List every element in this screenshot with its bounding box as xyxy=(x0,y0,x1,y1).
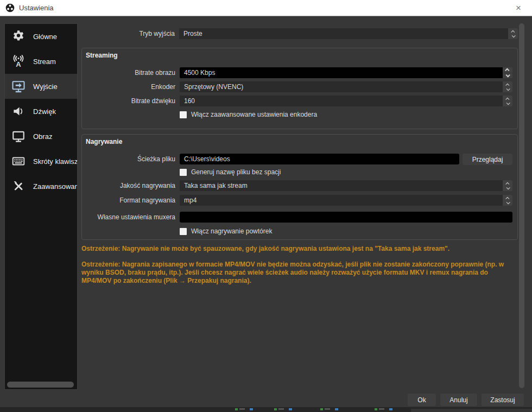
background-artifact xyxy=(379,408,384,410)
chevron-up-down-icon[interactable] xyxy=(503,180,512,191)
ok-button[interactable]: Ok xyxy=(408,394,436,406)
video-bitrate-row: Bitrate obrazu 4500 Kbps xyxy=(82,67,512,78)
filename-no-space-checkbox[interactable] xyxy=(180,169,187,176)
output-mode-label: Tryb wyjścia xyxy=(81,30,179,37)
output-mode-value: Proste xyxy=(179,28,508,39)
no-space-row: Generuj nazwę pliku bez spacji xyxy=(82,168,512,176)
background-artifact xyxy=(289,408,292,410)
sidebar-item-label: Obraz xyxy=(33,132,52,141)
speaker-icon xyxy=(10,103,27,119)
sidebar-item-output[interactable]: Wyjście xyxy=(5,74,77,99)
replay-buffer-row: Włącz nagrywanie powtórek xyxy=(82,227,512,235)
recording-quality-select[interactable]: Taka sama jak stream xyxy=(180,180,512,191)
obs-logo-icon xyxy=(5,3,15,12)
background-artifact xyxy=(325,408,330,410)
recording-quality-value: Taka sama jak stream xyxy=(180,180,503,191)
video-bitrate-spinbox[interactable]: 4500 Kbps xyxy=(180,67,512,78)
window-title: Ustawienia xyxy=(19,4,54,12)
sidebar-item-hotkeys[interactable]: Skróty klawiszowe xyxy=(5,149,77,174)
recording-path-row: Ścieżka pliku Przeglądaj xyxy=(82,154,512,164)
recording-path-label: Ścieżka pliku xyxy=(82,155,180,163)
crossed-tools-icon xyxy=(10,178,27,194)
sidebar-item-stream[interactable]: A Stream xyxy=(5,49,77,74)
sidebar-item-label: Skróty klawiszowe xyxy=(33,157,78,166)
audio-bitrate-value: 160 xyxy=(180,96,503,106)
background-artifact xyxy=(278,408,284,410)
background-artifact xyxy=(375,408,377,410)
close-icon[interactable]: × xyxy=(511,0,525,16)
background-artifact xyxy=(235,408,238,410)
sidebar-horizontal-scrollbar[interactable] xyxy=(7,382,74,388)
background-artifact xyxy=(250,408,253,410)
spinner-down-icon[interactable] xyxy=(503,73,512,79)
streaming-group: Streaming Bitrate obrazu 4500 Kbps xyxy=(81,48,518,129)
encoder-value: Sprzętowy (NVENC) xyxy=(180,81,503,92)
chevron-up-down-icon[interactable] xyxy=(503,96,512,106)
output-settings-panel: Tryb wyjścia Proste Streaming Bitrate ob… xyxy=(81,28,518,293)
sidebar-item-general[interactable]: Główne xyxy=(5,24,77,49)
video-bitrate-value: 4500 Kbps xyxy=(180,67,503,78)
monitor-output-arrow-icon xyxy=(10,78,27,94)
background-window-strip xyxy=(0,407,532,412)
audio-bitrate-select[interactable]: 160 xyxy=(180,96,512,106)
replay-buffer-checkbox-label: Włącz nagrywanie powtórek xyxy=(191,227,272,235)
background-artifact xyxy=(320,408,323,410)
settings-window: Ustawienia × Główne xyxy=(0,0,532,412)
advanced-encoder-checkbox[interactable] xyxy=(180,111,187,118)
chevron-up-down-icon[interactable] xyxy=(508,28,518,39)
mp4-warning-text: Ostrzeżenie: Nagrania zapisanego w forma… xyxy=(81,261,516,285)
muxer-row: Własne ustawienia muxera xyxy=(82,212,512,223)
advanced-encoder-checkbox-label: Włącz zaawansowane ustawienia enkodera xyxy=(191,111,317,118)
browse-button[interactable]: Przeglądaj xyxy=(463,154,512,165)
background-artifact xyxy=(389,408,392,410)
apply-button[interactable]: Zastosuj xyxy=(482,394,524,406)
audio-bitrate-row: Bitrate dźwięku 160 xyxy=(82,96,512,106)
audio-bitrate-label: Bitrate dźwięku xyxy=(82,97,180,105)
background-artifact xyxy=(239,408,245,410)
muxer-settings-input[interactable] xyxy=(180,212,512,223)
chevron-up-down-icon[interactable] xyxy=(503,195,512,206)
replay-buffer-checkbox[interactable] xyxy=(180,228,187,235)
sidebar-item-advanced[interactable]: Zaawansowane xyxy=(5,174,77,199)
spinner-up-icon[interactable] xyxy=(503,67,512,73)
sidebar-item-label: Stream xyxy=(33,58,56,66)
encoder-row: Enkoder Sprzętowy (NVENC) xyxy=(82,81,512,92)
advanced-encoder-row: Włącz zaawansowane ustawienia enkodera xyxy=(82,111,512,118)
cancel-button[interactable]: Anuluj xyxy=(440,394,477,406)
output-mode-row: Tryb wyjścia Proste xyxy=(81,28,518,39)
recording-path-input[interactable] xyxy=(180,154,459,164)
background-window-panel xyxy=(411,409,532,412)
recording-format-label: Format nagrywania xyxy=(82,197,180,204)
sidebar-item-label: Zaawansowane xyxy=(33,182,78,191)
sidebar-item-label: Główne xyxy=(33,33,57,41)
chevron-up-down-icon[interactable] xyxy=(503,81,512,92)
filename-no-space-checkbox-label: Generuj nazwę pliku bez spacji xyxy=(191,168,281,176)
pause-warning-text: Ostrzeżenie: Nagrywanie nie może być spa… xyxy=(81,245,516,253)
streaming-group-title: Streaming xyxy=(86,52,512,59)
recording-format-value: mp4 xyxy=(180,195,503,206)
sidebar-item-label: Wyjście xyxy=(33,83,58,91)
recording-format-row: Format nagrywania mp4 xyxy=(82,195,512,206)
broadcast-antenna-icon: A xyxy=(10,53,27,69)
dialog-footer: Ok Anuluj Zastosuj xyxy=(408,394,524,406)
recording-format-select[interactable]: mp4 xyxy=(180,195,512,206)
vertical-scrollbar[interactable] xyxy=(519,23,524,388)
muxer-label: Własne ustawienia muxera xyxy=(82,213,180,221)
recording-quality-row: Jakość nagrywania Taka sama jak stream xyxy=(82,180,512,191)
encoder-label: Enkoder xyxy=(82,83,180,91)
sidebar-item-label: Dźwięk xyxy=(33,107,56,116)
background-artifact xyxy=(335,408,338,410)
recording-quality-label: Jakość nagrywania xyxy=(82,182,180,189)
recording-group-title: Nagrywanie xyxy=(86,138,512,145)
output-mode-select[interactable]: Proste xyxy=(179,28,518,39)
monitor-icon xyxy=(10,128,27,144)
sidebar-item-video[interactable]: Obraz xyxy=(5,124,77,149)
title-bar: Ustawienia × xyxy=(0,0,532,16)
settings-dialog: Główne A Stream xyxy=(0,16,532,412)
keyboard-icon xyxy=(10,153,27,169)
background-artifact xyxy=(274,408,277,410)
recording-group: Nagrywanie Ścieżka pliku Przeglądaj Gene… xyxy=(81,134,518,240)
sidebar-item-audio[interactable]: Dźwięk xyxy=(5,99,77,124)
video-bitrate-label: Bitrate obrazu xyxy=(82,69,180,77)
encoder-select[interactable]: Sprzętowy (NVENC) xyxy=(180,81,512,92)
